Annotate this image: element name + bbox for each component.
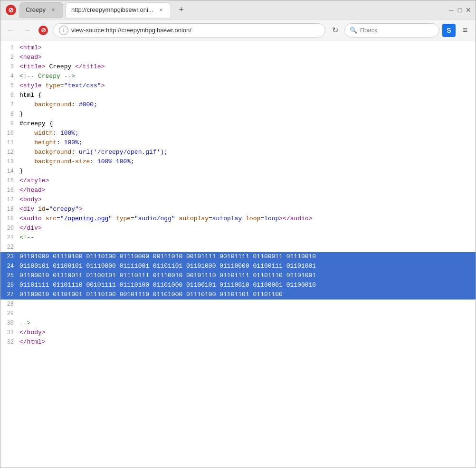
line-content: background-size: 100% 100%; [19,157,476,167]
tab-creepy-title: Creepy [26,6,46,13]
line-number: 21 [0,233,19,243]
source-line-19: 19<audio src="/opening.ogg" type="audio/… [0,214,476,224]
line-content: </html> [19,337,476,347]
line-content: width: 100%; [19,129,476,138]
tab-source[interactable]: http://creepymhpgibsewr.oni... × [65,2,171,18]
source-line-10: 10 width: 100%; [0,129,476,138]
line-content: 01100010 01101001 01110100 00101110 0110… [19,290,476,300]
source-line-8: 8} [0,110,476,119]
line-content: --> [19,318,476,328]
source-line-5: 5<style type="text/css"> [0,81,476,91]
tab-creepy[interactable]: Creepy × [19,2,63,18]
line-number: 24 [0,262,19,271]
source-line-30: 30--> [0,318,476,328]
new-tab-button[interactable]: + [175,3,188,17]
source-line-4: 4<!-- Creepy --> [0,72,476,81]
line-number: 1 [0,43,19,53]
source-line-3: 3<title> Creepy </title> [0,62,476,72]
source-line-16: 16</head> [0,186,476,195]
browser-window: ⊘ Creepy × http://creepymhpgibsewr.oni..… [0,0,476,468]
source-line-22: 22 [0,243,476,252]
line-number: 15 [0,176,19,186]
line-content: <div id="creepy"> [19,205,476,214]
line-number: 20 [0,224,19,233]
title-bar: ⊘ Creepy × http://creepymhpgibsewr.oni..… [0,0,476,19]
line-content: <body> [19,195,476,205]
favicon-icon: ⊘ [38,26,48,35]
line-content: <audio src="/opening.ogg" type="audio/og… [19,214,476,224]
tab1-favicon: ⊘ [4,3,18,17]
source-line-1: 1<html> [0,43,476,53]
line-number: 9 [0,119,19,129]
address-bar: ← → ⊘ i view-source:http://creepymhpgibs… [0,19,476,41]
source-line-6: 6html { [0,91,476,100]
line-number: 18 [0,205,19,214]
line-content: 01100010 01110011 01100101 01110111 0111… [19,271,476,281]
line-content: <head> [19,53,476,62]
line-number: 2 [0,53,19,62]
source-line-12: 12 background: url('/creepy/open.gif'); [0,148,476,157]
url-bar[interactable]: i view-source:http://creepymhpgibsewr.on… [53,23,325,37]
close-button[interactable]: ✕ [465,7,472,13]
source-line-15: 15</style> [0,176,476,186]
line-content: <style type="text/css"> [19,81,476,91]
source-line-24: 2401100101 01100101 01110000 01111001 01… [0,262,476,271]
line-content: <!-- Creepy --> [19,72,476,81]
search-input[interactable] [360,27,427,34]
browser-logo-text: S [447,27,451,34]
line-content: 01101111 01101110 00101111 01110100 0110… [19,281,476,290]
tab-creepy-close[interactable]: × [49,6,57,14]
line-content: } [19,167,476,176]
line-number: 23 [0,252,19,262]
line-number: 32 [0,337,19,347]
source-line-14: 14} [0,167,476,176]
line-content: <html> [19,43,476,53]
line-content: background: #000; [19,100,476,110]
source-line-11: 11 height: 100%; [0,138,476,148]
maximize-button[interactable]: □ [457,7,463,13]
tab-source-close[interactable]: × [157,6,165,14]
line-content: </style> [19,176,476,186]
line-number: 10 [0,129,19,138]
line-content: </body> [19,328,476,337]
line-number: 7 [0,100,19,110]
source-line-9: 9#creepy { [0,119,476,129]
menu-button[interactable]: ≡ [458,24,472,37]
line-number: 4 [0,72,19,81]
line-number: 5 [0,81,19,91]
line-number: 8 [0,110,19,119]
source-line-23: 2301101000 01110100 01110100 01110000 00… [0,252,476,262]
source-line-13: 13 background-size: 100% 100%; [0,157,476,167]
info-icon[interactable]: i [59,26,68,35]
line-content: 01101000 01110100 01110100 01110000 0011… [19,252,476,262]
forward-button[interactable]: → [20,24,34,37]
line-content: </head> [19,186,476,195]
search-bar[interactable]: 🔍 [344,23,439,37]
source-line-18: 18<div id="creepy"> [0,205,476,214]
line-number: 17 [0,195,19,205]
line-content: } [19,110,476,119]
minimize-button[interactable]: ─ [448,7,455,13]
line-content: <title> Creepy </title> [19,62,476,72]
source-view: 1<html>2<head>3<title> Creepy </title>4<… [0,41,476,468]
line-content: <!-- [19,233,476,243]
line-content: background: url('/creepy/open.gif'); [19,148,476,157]
line-number: 31 [0,328,19,337]
window-controls: ─ □ ✕ [448,7,472,13]
site-favicon: ⊘ [37,24,50,37]
line-number: 16 [0,186,19,195]
line-number: 19 [0,214,19,224]
source-line-28: 28 [0,300,476,309]
source-line-26: 2601101111 01101110 00101111 01110100 01… [0,281,476,290]
line-number: 30 [0,318,19,328]
line-content: 01100101 01100101 01110000 01111001 0110… [19,262,476,271]
back-button[interactable]: ← [4,24,18,37]
source-line-7: 7 background: #000; [0,100,476,110]
security-badge-icon: ⊘ [6,5,16,15]
line-number: 13 [0,157,19,167]
line-content: html { [19,91,476,100]
refresh-button[interactable]: ↻ [328,24,342,37]
source-line-32: 32</html> [0,337,476,347]
line-number: 14 [0,167,19,176]
source-line-31: 31</body> [0,328,476,337]
